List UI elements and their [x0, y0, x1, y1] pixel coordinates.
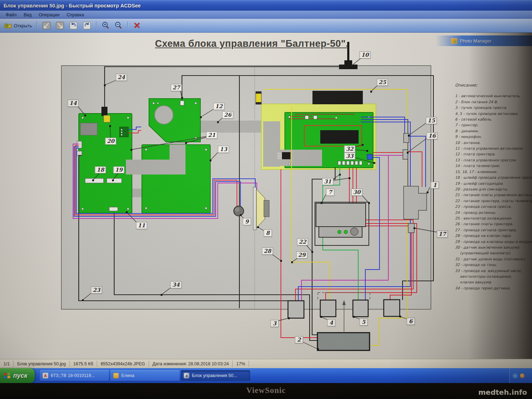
status-field: Блок управления 50.jpg [13, 361, 70, 367]
diagram-callout-1: 1 [431, 182, 439, 189]
rotate-left-icon [69, 21, 78, 30]
next-image-icon [55, 21, 65, 30]
menu-справка[interactable]: Справка [63, 12, 88, 18]
description-item: 6 - сетевой кабель. [455, 116, 531, 122]
folder-icon [113, 373, 119, 378]
toolbar: Открыть [0, 19, 532, 33]
description-item: 8 - динамик. [455, 128, 531, 134]
diagram-callout-30: 30 [351, 189, 362, 196]
description-item: 28 - провода на клапан пара. [455, 233, 531, 238]
description-item: 24 - провод антенны. [455, 210, 531, 215]
taskbar-item-label: Елена [121, 373, 134, 378]
power-supply-2 [317, 333, 370, 350]
diagram-title: Схема блока управления "Балтнер-50". [117, 38, 387, 49]
description-item: 23 - провода сигнала пресса. [455, 204, 531, 209]
menu-bar: ФайлВидОперацииСправка [0, 11, 532, 19]
diagram-callout-28: 28 [262, 248, 273, 255]
diagram-callout-19: 19 [113, 166, 124, 173]
description-item: 4, 5 - пучок проводов автоклава. [455, 111, 531, 116]
prev-image-button[interactable] [40, 20, 53, 31]
description-item: 12 - плата принтера. [455, 151, 531, 157]
printer-knob [350, 228, 358, 235]
acdsee-icon: a [184, 373, 189, 378]
menu-операции[interactable]: Операции [35, 12, 63, 18]
antenna-socket [104, 115, 110, 122]
status-field: 1/1 [0, 361, 13, 367]
taskbar-item-pdf[interactable]: A6Т3;;ТВ 18-0010119... [40, 370, 109, 381]
image-viewer-canvas[interactable]: Схема блока управления "Балтнер-50". Pho… [0, 33, 532, 359]
description-item: (управляющий манометр). [455, 250, 531, 256]
site-watermark: medteh.info [478, 388, 527, 397]
diagram-callout-14: 14 [68, 100, 79, 107]
diagram-callout-6: 6 [407, 318, 415, 325]
tray-chevron-icon[interactable]: ‹ [512, 373, 518, 378]
description-item: 34 - провода термо датчика. [455, 285, 531, 291]
description-item: 3 - пучок проводов пресса. [455, 105, 531, 110]
taskbar-item-label: Блок управления 50... [192, 373, 237, 378]
toolbar-separator [37, 21, 37, 30]
pdf-icon: A [43, 373, 48, 378]
description-title: Описание: [455, 82, 531, 88]
window-titlebar[interactable]: Блок управления 50.jpg - Быстрый просмот… [0, 0, 532, 11]
taskbar-item-label: 6Т3;;ТВ 18-0010119... [51, 373, 95, 378]
system-tray[interactable]: ‹ [509, 368, 532, 383]
open-folder-icon [4, 22, 12, 29]
menu-вид[interactable]: Вид [20, 12, 35, 18]
description-item: 13 - плата управления прессом. [455, 157, 531, 163]
diagram-callout-18: 18 [95, 166, 106, 173]
taskbar-item-acdsee[interactable]: aБлок управления 50... [181, 370, 250, 381]
terminal-15 [404, 133, 409, 143]
printer-led [344, 230, 348, 234]
description-item: 22 - питание принтера, платы телеметрии. [455, 198, 531, 204]
open-button[interactable]: Открыть [2, 20, 34, 31]
zoom-out-icon [114, 21, 123, 30]
terminal-16 [403, 150, 408, 159]
zoom-in-button[interactable] [99, 20, 112, 31]
taskbar: пуск A6Т3;;ТВ 18-0010119...ЕленаaБлок уп… [0, 368, 532, 383]
zoom-out-button[interactable] [112, 20, 125, 31]
tray-app-icon[interactable] [520, 373, 525, 378]
diagram-callout-7: 7 [326, 189, 334, 196]
taskbar-item-folder[interactable]: Елена [110, 370, 179, 381]
description-item: 11 - плата управления автоклавом. [455, 145, 531, 151]
diagram-callout-31: 31 [322, 178, 333, 185]
delete-button[interactable]: ✕ [131, 21, 143, 31]
mains-cable-6 [384, 300, 400, 316]
telemetry-pcb [77, 107, 132, 213]
diagram-callout-20: 20 [105, 138, 116, 145]
description-item: 15, 16, 17 - клеммник. [455, 169, 531, 174]
description-item: 1 - автоматический выключатель. [455, 93, 531, 99]
toolbar-separator [127, 21, 128, 30]
sim-slot [81, 123, 97, 135]
description-item: 31 - датчик уровня воды (поплавок). [455, 256, 531, 262]
diagram-callout-16: 16 [427, 132, 438, 139]
microphone [234, 206, 244, 216]
description-item: 2 - блок питания 24 В. [455, 99, 531, 105]
start-button-label: пуск [13, 372, 27, 379]
rotate-right-icon [82, 21, 92, 30]
diagram-callout-23: 23 [91, 287, 102, 294]
diagram-callout-4: 4 [327, 319, 336, 326]
zoom-in-icon [101, 21, 110, 30]
printer-led [338, 230, 341, 234]
rotate-right-button[interactable] [80, 20, 94, 31]
rotate-left-button[interactable] [67, 20, 80, 31]
diagram-callout-9: 9 [243, 218, 251, 225]
open-button-label: Открыть [14, 23, 32, 28]
diagram-callout-27: 27 [171, 84, 182, 91]
next-image-button[interactable] [53, 20, 67, 31]
description-item: 10 - антенна. [455, 140, 531, 145]
description-list: Описание: 1 - автоматический выключатель… [455, 82, 531, 291]
diagram-callout-12: 12 [214, 103, 225, 110]
antenna-plug [101, 107, 107, 116]
description-item: 21 - питание платы управления автоклавом… [455, 192, 531, 198]
photo-manager-badge[interactable]: Photo Manager [436, 35, 532, 46]
description-item: 32 - провода на тэны. [455, 262, 531, 267]
toolbar-separator [96, 21, 97, 30]
menu-файл[interactable]: Файл [2, 12, 20, 18]
description-item: 29 - провода на клапаны воды и воздуха. [455, 239, 531, 244]
photo-manager-icon [451, 38, 457, 44]
description-item: 18 - шлейф проводов управления прессом. [455, 174, 531, 180]
start-button[interactable]: пуск [0, 368, 35, 383]
display-module [320, 130, 359, 144]
